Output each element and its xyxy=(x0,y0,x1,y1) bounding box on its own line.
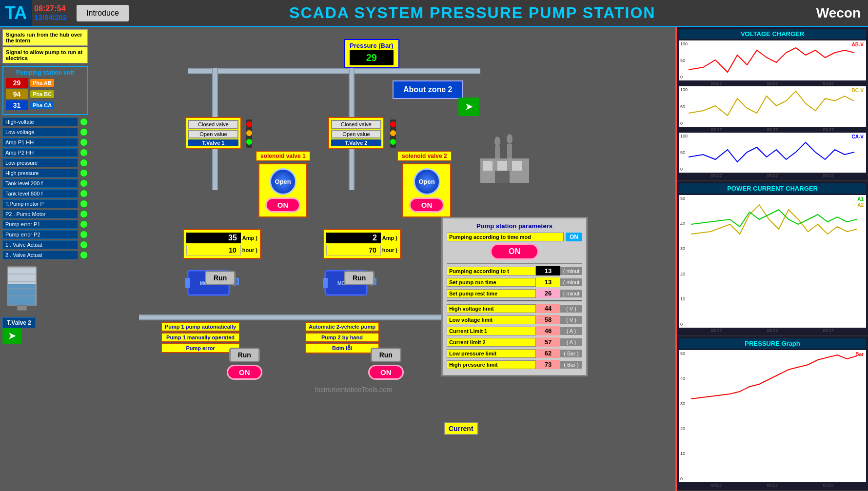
params-title: Pump station parameters xyxy=(447,222,582,230)
pump1-bottom-run-button[interactable]: Run xyxy=(229,348,260,362)
high-voltate-dot xyxy=(80,118,88,126)
pumping-time-mode-row: Pumping according to time mod ON xyxy=(447,233,582,241)
params-on-button[interactable]: ON xyxy=(490,243,539,260)
pump2-run-button[interactable]: Run xyxy=(344,271,375,285)
valve2-closed-button[interactable]: Closed valve xyxy=(331,120,381,129)
left-panel: Signals run from the hub over the Intern… xyxy=(0,27,90,491)
limit-row-1: Low voltage limit58( V ) xyxy=(447,315,582,324)
solenoid2-open-button[interactable]: Open xyxy=(414,168,440,195)
pump1-run-button[interactable]: Run xyxy=(205,271,236,285)
limit-label-1: Low voltage limit xyxy=(447,315,536,324)
pump1-auto-label[interactable]: Pump 1 pump automatically xyxy=(161,322,240,332)
valve2-actuat-label[interactable]: 2 . Valve Actuat xyxy=(2,251,78,259)
pump-error-p1-label[interactable]: Pump error P1 xyxy=(2,220,78,229)
pumping-t-row: Pumping according to t 13 ( minut xyxy=(447,266,582,275)
ta-logo: TA xyxy=(0,0,32,26)
pump1-on-button[interactable]: ON xyxy=(227,365,262,380)
datetime: 08:27:54 13/04/202 xyxy=(34,4,67,21)
bottom-pipe-horizontal xyxy=(139,314,480,320)
low-voltage-label[interactable]: Low-voltage xyxy=(2,128,78,137)
top-pipe-horizontal xyxy=(188,68,480,74)
pumping-t-value[interactable]: 13 xyxy=(536,266,560,275)
valve1-closed-button[interactable]: Closed valve xyxy=(188,120,238,129)
introduce-button[interactable]: Introduce xyxy=(77,5,129,21)
set-run-value[interactable]: 13 xyxy=(536,277,560,287)
power-current-chart: 50403020100 A1 A2 xyxy=(679,195,866,327)
voltage-charger-section: VOLTAGE CHARGER 100500 AB-V 08:2708:2708… xyxy=(677,27,868,181)
indicator-high-pressure: High pressure xyxy=(2,169,88,177)
low-pressure-label[interactable]: Low pressure xyxy=(2,158,78,167)
limit-value-0[interactable]: 44 xyxy=(536,304,560,313)
t-pump-motor-label[interactable]: T.Pump motor P xyxy=(2,199,78,208)
limit-value-5[interactable]: 73 xyxy=(536,360,560,369)
valve2-open-button[interactable]: Open value xyxy=(331,130,381,138)
limit-row-3: Current limit 257( A ) xyxy=(447,337,582,347)
solenoid2-label: solenoid valve 2 xyxy=(397,151,452,161)
svg-rect-2 xyxy=(8,284,36,305)
amp-p2-hh-label[interactable]: Amp P2 HH xyxy=(2,148,78,157)
solenoid1-label: solenoid valve 1 xyxy=(256,151,310,161)
pressure-display: Pressure (Bar) 29 xyxy=(344,39,399,68)
voltage-bc-chart: 100500 BC-V xyxy=(679,86,866,126)
valve1-actuat-label[interactable]: 1 . Valve Actuat xyxy=(2,240,78,249)
limit-label-3: Current limit 2 xyxy=(447,338,536,347)
valve1-lights xyxy=(244,119,254,151)
pump2-bottom-run-button[interactable]: Run xyxy=(371,348,401,362)
power-xaxis: 08:2708:2708:27 xyxy=(679,328,866,334)
main-title: SCADA SYSTEM PRESSURE PUMP STATION xyxy=(129,4,816,22)
solenoid1-on-button[interactable]: ON xyxy=(265,197,301,213)
voltage-ab-xaxis: 08:2708:2708:27 xyxy=(679,80,866,86)
right-panel: VOLTAGE CHARGER 100500 AB-V 08:2708:2708… xyxy=(675,27,868,491)
watermark: InstrumentationTools.com xyxy=(315,386,393,393)
signal-box-2: Signal to allow pump to run at electrica xyxy=(2,47,88,63)
svg-point-15 xyxy=(390,139,396,145)
limit-value-1[interactable]: 58 xyxy=(536,315,560,324)
p2-pump-motor-dot xyxy=(80,210,88,218)
high-voltate-label[interactable]: High-voltate xyxy=(2,118,78,126)
indicators-list: High-voltate Low-voltage Amp P1 HH Amp P… xyxy=(2,118,88,259)
solenoid1-open-button[interactable]: Open xyxy=(270,168,296,195)
pump1-amp-value: 35 xyxy=(186,233,241,243)
phase-ca-row: 31 Pha CA xyxy=(6,100,84,110)
a2-legend: A2 xyxy=(857,202,864,208)
tank-200-label[interactable]: Tank level 200 f xyxy=(2,179,78,188)
high-pressure-label[interactable]: High pressure xyxy=(2,169,78,177)
tank-container xyxy=(2,264,88,315)
pressure-graph-title: PRESSURE Graph xyxy=(679,338,866,349)
valve1-section: Closed valve Open value T.Valve 1 xyxy=(185,117,241,149)
main-area: Signals run from the hub over the Intern… xyxy=(0,27,868,491)
pump1-bottom-controls: Run ON xyxy=(227,348,262,380)
indicator-high-voltate: High-voltate xyxy=(2,118,88,126)
zone-arrow-button[interactable]: ➤ xyxy=(458,98,479,116)
pump2-manual-label[interactable]: Pump 2 by hand xyxy=(305,333,379,342)
voltage-ca-chart: 100500 CA-V xyxy=(679,133,866,173)
limit-value-4[interactable]: 62 xyxy=(536,349,560,358)
amp-p2-hh-dot xyxy=(80,149,88,157)
pumping-t-unit: ( minut xyxy=(560,267,582,275)
limit-value-2[interactable]: 46 xyxy=(536,326,560,335)
tank-800-label[interactable]: Tank level 800 f xyxy=(2,189,78,198)
pump2-auto-label[interactable]: Automatic 2-vehicle pump xyxy=(305,322,379,332)
limit-label-0: High voltage limit xyxy=(447,304,536,313)
valve1-open-button[interactable]: Open value xyxy=(188,130,238,138)
set-rest-value[interactable]: 26 xyxy=(536,289,560,298)
pressure-label: Pressure (Bar) xyxy=(350,42,394,49)
limit-unit-5: ( Bar ) xyxy=(560,361,582,369)
bc-v-legend: BC-V xyxy=(852,88,864,93)
p2-pump-motor-label[interactable]: P2 . Pump Motor xyxy=(2,210,78,218)
limit-value-3[interactable]: 57 xyxy=(536,337,560,347)
solenoid2-on-button[interactable]: ON xyxy=(409,197,445,213)
voltage-ab-chart: 100500 AB-V xyxy=(679,40,866,80)
pump2-readings: 2 Amp ) 70 hour ) xyxy=(323,229,401,259)
amp-p1-hh-label[interactable]: Amp P1 HH xyxy=(2,138,78,147)
pump2-on-button[interactable]: ON xyxy=(368,365,404,380)
set-run-time-row: Set pump run time 13 ( minut xyxy=(447,277,582,287)
about-zone-label: About zone 2 xyxy=(393,80,463,99)
pump1-manual-label[interactable]: Pump 1 manually operated xyxy=(161,333,240,342)
power-current-title: POWER CURRENT CHARGER xyxy=(679,183,866,194)
voltage-bc-xaxis: 08:2708:2708:27 xyxy=(679,127,866,133)
bottom-arrow-button[interactable]: ➤ xyxy=(2,328,21,344)
svg-rect-22 xyxy=(323,278,328,288)
pump2-hour-value: 70 xyxy=(326,245,381,255)
pump-error-p2-label[interactable]: Pump error P2 xyxy=(2,230,78,239)
